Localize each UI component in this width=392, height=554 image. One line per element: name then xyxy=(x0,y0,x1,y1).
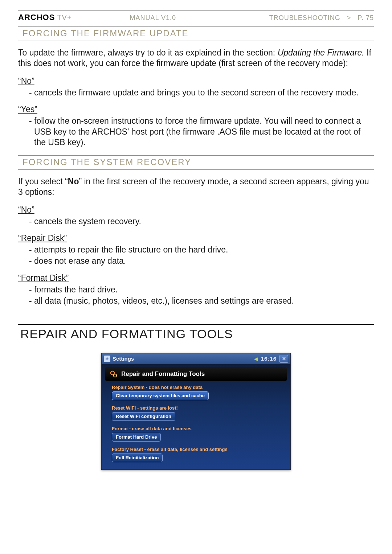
brand: ARCHOS TV+ xyxy=(18,13,72,22)
group-caption-format: Format - erase all data and licenses xyxy=(112,426,284,431)
device-options-list: Repair System - does not erase any data … xyxy=(105,385,287,465)
panel-titlebar: Repair and Formatting Tools xyxy=(105,367,287,381)
brand-suffix: TV+ xyxy=(57,13,72,22)
option-no-details: cancels the system recovery. xyxy=(18,216,374,227)
list-item: cancels the firmware update and brings y… xyxy=(29,87,374,98)
option-repair-disk-label: “Repair Disk” xyxy=(18,233,374,243)
breadcrumb: TROUBLESHOOTING > P. 75 xyxy=(269,14,374,22)
close-icon: ✕ xyxy=(282,356,286,361)
option-format-disk-details: formats the hard drive. all data (music,… xyxy=(18,284,374,307)
full-reinitialization-button[interactable]: Full Reinitialization xyxy=(112,454,163,462)
option-yes-label: “Yes” xyxy=(18,104,374,114)
option-no-label: “No” xyxy=(18,205,374,215)
list-item: attempts to repair the file structure on… xyxy=(29,245,374,255)
group-caption-repair-system: Repair System - does not erase any data xyxy=(112,385,284,390)
list-item: cancels the system recovery. xyxy=(29,216,374,227)
heading-forcing-firmware-update: FORCING THE FIRMWARE UPDATE xyxy=(18,26,374,41)
close-button[interactable]: ✕ xyxy=(279,355,288,363)
list-item: does not erase any data. xyxy=(29,256,374,266)
manual-version: MANUAL V1.0 xyxy=(72,14,269,22)
list-item: all data (music, photos, videos, etc.), … xyxy=(29,296,374,306)
device-body: Repair and Formatting Tools Repair Syste… xyxy=(102,364,290,469)
format-hard-drive-button[interactable]: Format Hard Drive xyxy=(112,433,161,442)
panel-title: Repair and Formatting Tools xyxy=(121,370,205,378)
brand-logo: ARCHOS xyxy=(18,13,55,22)
device-titlebar: Settings ◀ 16:16 ✕ xyxy=(102,353,290,364)
device-title: Settings xyxy=(113,356,134,362)
paragraph: If you select “No” in the first screen o… xyxy=(18,176,374,198)
option-format-disk-label: “Format Disk” xyxy=(18,273,374,283)
group-caption-reset-wifi: Reset WiFi - settings are lost! xyxy=(112,405,284,411)
device-window: Settings ◀ 16:16 ✕ Repair and Formatting… xyxy=(101,353,291,470)
reset-wifi-button[interactable]: Reset WiFi configuration xyxy=(112,412,175,421)
svg-point-2 xyxy=(114,374,117,377)
emphasis-updating-the-firmware: Updating the Firmware. xyxy=(278,48,364,57)
settings-icon xyxy=(104,356,110,362)
bold-no: No xyxy=(68,177,79,186)
paragraph: To update the firmware, always try to do… xyxy=(18,48,374,69)
page-header: ARCHOS TV+ MANUAL V1.0 TROUBLESHOOTING >… xyxy=(18,10,374,24)
heading-forcing-system-recovery: FORCING THE SYSTEM RECOVERY xyxy=(18,155,374,170)
heading-repair-and-formatting-tools: REPAIR AND FORMATTING TOOLS xyxy=(18,324,374,344)
device-clock: 16:16 xyxy=(261,356,277,362)
status-indicator-icon: ◀ xyxy=(254,356,258,362)
device-screenshot: Settings ◀ 16:16 ✕ Repair and Formatting… xyxy=(18,353,374,470)
list-item: follow the on-screen instructions to for… xyxy=(29,116,374,148)
clear-cache-button[interactable]: Clear temporary system files and cache xyxy=(112,391,209,400)
group-caption-factory-reset: Factory Reset - erase all data, licenses… xyxy=(112,447,284,452)
option-yes-details: follow the on-screen instructions to for… xyxy=(18,116,374,148)
option-repair-disk-details: attempts to repair the file structure on… xyxy=(18,245,374,267)
list-item: formats the hard drive. xyxy=(29,284,374,295)
text: To update the firmware, always try to do… xyxy=(18,48,278,57)
option-no-label: “No” xyxy=(18,76,374,86)
tools-icon xyxy=(109,369,118,379)
text: If you select “ xyxy=(18,177,68,186)
option-no-details: cancels the firmware update and brings y… xyxy=(18,87,374,98)
